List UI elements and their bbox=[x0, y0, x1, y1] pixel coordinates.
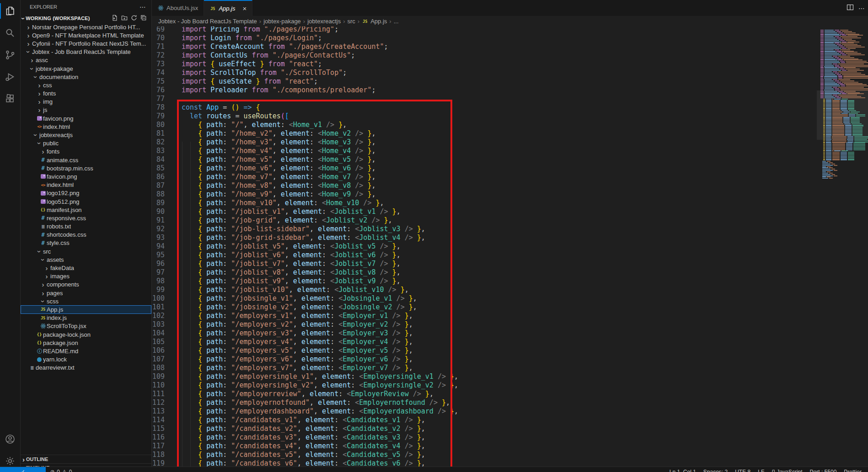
file-row[interactable]: bootstrap.min.css bbox=[21, 164, 151, 172]
code-line[interactable]: 109 { path: "/employersingle_v1", elemen… bbox=[152, 372, 813, 381]
status-item[interactable]: {} JavaScript bbox=[772, 469, 802, 472]
code-line[interactable]: 82 { path: "/home_v3", element: <Home_v3… bbox=[152, 138, 813, 147]
code-line[interactable]: 117 { path: "/candidates_v4", element: <… bbox=[152, 442, 813, 451]
folder-row[interactable]: assets bbox=[21, 255, 151, 264]
code-line[interactable]: 113 { path: "/employerdashboard", elemen… bbox=[152, 407, 813, 416]
new-folder-icon[interactable] bbox=[121, 15, 128, 22]
code-line[interactable]: 69import Pricing from "./pages/Pricing"; bbox=[152, 27, 813, 34]
tab-aboutus[interactable]: AboutUs.jsx bbox=[152, 0, 204, 16]
status-item[interactable]: UTF-8 bbox=[735, 469, 750, 472]
code-line[interactable]: 93 { path: "/job-grid-sidebar", element:… bbox=[152, 233, 813, 242]
breadcrumb-item[interactable]: jobtexreactjs bbox=[307, 18, 341, 25]
folder-row[interactable]: images bbox=[21, 272, 151, 281]
code-line[interactable]: 101 { path: "/jobsingle_v2", element: <J… bbox=[152, 303, 813, 312]
split-editor-icon[interactable] bbox=[847, 4, 854, 13]
file-row[interactable]: logo512.png bbox=[21, 197, 151, 206]
breadcrumb-item[interactable]: Jobtex - Job Board ReactJs Template bbox=[158, 18, 257, 25]
code-line[interactable]: 103 { path: "/employers_v2", element: <E… bbox=[152, 320, 813, 329]
more-actions-icon[interactable]: ⋯ bbox=[858, 5, 865, 12]
status-item[interactable]: Port : 5500 bbox=[810, 469, 837, 472]
file-row[interactable]: index.html bbox=[21, 181, 151, 189]
file-row[interactable]: dearreviewr.txt bbox=[21, 364, 151, 372]
explorer-icon[interactable] bbox=[0, 0, 20, 22]
source-control-icon[interactable] bbox=[0, 44, 20, 66]
folder-row[interactable]: components bbox=[21, 281, 151, 289]
file-row[interactable]: ScrollToTop.jsx bbox=[21, 322, 151, 330]
file-row[interactable]: favicon.png bbox=[21, 114, 151, 122]
file-row[interactable]: index.js bbox=[21, 314, 151, 322]
code-line[interactable]: 75import { useState } from "react"; bbox=[152, 77, 813, 86]
folder-row[interactable]: jobtex-pakage bbox=[21, 64, 151, 73]
code-line[interactable]: 114 { path: "/candidates_v1", element: <… bbox=[152, 416, 813, 424]
remote-indicator[interactable] bbox=[0, 467, 46, 472]
code-line[interactable]: 104 { path: "/employers_v3", element: <E… bbox=[152, 329, 813, 338]
file-row[interactable]: package-lock.json bbox=[21, 330, 151, 339]
code-line[interactable]: 108 { path: "/employers_v7", element: <E… bbox=[152, 364, 813, 372]
file-row[interactable]: animate.css bbox=[21, 156, 151, 164]
code-line[interactable]: 92 { path: "/job-list-sidebar", element:… bbox=[152, 225, 813, 233]
code-line[interactable]: 97 { path: "/joblist_v8", element: <Jobl… bbox=[152, 268, 813, 277]
file-row[interactable]: responsive.css bbox=[21, 214, 151, 222]
folder-row[interactable]: img bbox=[21, 98, 151, 106]
code-line[interactable]: 88 { path: "/home_v9", element: <Home_v9… bbox=[152, 190, 813, 199]
code-line[interactable]: 89 { path: "/home_v10", element: <Home_v… bbox=[152, 199, 813, 207]
file-row[interactable]: shortcodes.css bbox=[21, 231, 151, 239]
code-line[interactable]: 74import ScrollToTop from "./ScrollToTop… bbox=[152, 69, 813, 77]
code-line[interactable]: 105 { path: "/employers_v4", element: <E… bbox=[152, 338, 813, 346]
code-line[interactable]: 115 { path: "/candidates_v2", element: <… bbox=[152, 424, 813, 433]
views-and-more-actions-icon[interactable]: ⋯ bbox=[139, 3, 146, 11]
code-line[interactable]: 107 { path: "/employers_v6", element: <E… bbox=[152, 355, 813, 364]
folder-row[interactable]: Open9 - NFT Marketplace HTML Template bbox=[21, 31, 151, 39]
code-line[interactable]: 102 { path: "/employers_v1", element: <E… bbox=[152, 312, 813, 320]
code-line[interactable]: 84 { path: "/home_v5", element: <Home_v5… bbox=[152, 155, 813, 164]
code-line[interactable]: 118 { path: "/candidates_v5", element: <… bbox=[152, 451, 813, 459]
folder-row[interactable]: fonts bbox=[21, 90, 151, 98]
problems-indicator[interactable]: ⊘ 0 ⚠ 0 bbox=[50, 469, 72, 472]
breadcrumb-item[interactable]: src bbox=[348, 18, 355, 25]
folder-row[interactable]: documentation bbox=[21, 73, 151, 81]
code-line[interactable]: 83 { path: "/home_v4", element: <Home_v4… bbox=[152, 147, 813, 155]
code-line[interactable]: 73import { useEffect } from "react"; bbox=[152, 60, 813, 69]
folder-row[interactable]: Cyfonii - NFT Portfolio React NextJS Tem… bbox=[21, 39, 151, 48]
file-row[interactable]: manifest.json bbox=[21, 206, 151, 214]
editor[interactable]: 69import Pricing from "./pages/Pricing";… bbox=[152, 27, 868, 472]
workspace-section-header[interactable]: WORKING (WORKSPACE) bbox=[21, 14, 151, 23]
folder-row[interactable]: js bbox=[21, 106, 151, 114]
folder-row[interactable]: fonts bbox=[21, 148, 151, 156]
collapse-folders-icon[interactable] bbox=[140, 15, 147, 22]
file-row[interactable]: yarn.lock bbox=[21, 355, 151, 364]
run-debug-icon[interactable] bbox=[0, 66, 20, 88]
code-line[interactable]: 90 { path: "/joblist_v1", element: <Jobl… bbox=[152, 207, 813, 216]
code-line[interactable]: 85 { path: "/home_v6", element: <Home_v6… bbox=[152, 164, 813, 173]
file-row[interactable]: package.json bbox=[21, 339, 151, 347]
code-line[interactable]: 111 { path: "/employerreview", element: … bbox=[152, 390, 813, 398]
account-icon[interactable] bbox=[0, 428, 20, 450]
code-line[interactable]: 91 { path: "/job-grid", element: <Joblis… bbox=[152, 216, 813, 225]
code-line[interactable]: 98 { path: "/joblist_v9", element: <Jobl… bbox=[152, 277, 813, 286]
folder-row[interactable]: Norstar Onepage Personal Portfolio HT... bbox=[21, 23, 151, 31]
folder-row[interactable]: css bbox=[21, 81, 151, 89]
file-row[interactable]: App.js bbox=[21, 305, 151, 313]
extensions-icon[interactable] bbox=[0, 88, 20, 110]
code-line[interactable]: 79 let routes = useRoutes([ bbox=[152, 112, 813, 121]
code-line[interactable]: 100 { path: "/jobsingle_v1", element: <J… bbox=[152, 294, 813, 303]
file-row[interactable]: robots.txt bbox=[21, 223, 151, 231]
file-row[interactable]: README.md bbox=[21, 347, 151, 355]
file-row[interactable]: index.html bbox=[21, 122, 151, 131]
folder-row[interactable]: scss bbox=[21, 297, 151, 305]
breadcrumb-item[interactable]: App.js bbox=[370, 18, 387, 25]
code-line[interactable]: 99 { path: "/joblist_v10", element: <Job… bbox=[152, 286, 813, 294]
search-icon[interactable] bbox=[0, 22, 20, 44]
code-line[interactable]: 81 { path: "/home_v2", element: <Home_v2… bbox=[152, 129, 813, 138]
file-row[interactable]: favicon.png bbox=[21, 172, 151, 180]
code-line[interactable]: 70import Login from "./pages/Login"; bbox=[152, 34, 813, 42]
code-line[interactable]: 94 { path: "/joblist_v5", element: <Jobl… bbox=[152, 242, 813, 251]
outline-section[interactable]: OUTLINE bbox=[21, 455, 151, 463]
code-line[interactable]: 78const App = () => { bbox=[152, 103, 813, 112]
status-item[interactable]: Prettier bbox=[844, 469, 862, 472]
tab-appjs[interactable]: App.js × bbox=[204, 0, 252, 16]
code-line[interactable]: 72import ContactUs from "./pages/Contact… bbox=[152, 51, 813, 60]
status-item[interactable]: LF bbox=[758, 469, 764, 472]
folder-row[interactable]: jobtexreactjs bbox=[21, 131, 151, 139]
code-line[interactable]: 80 { path: "/", element: <Home_v1 /> }, bbox=[152, 121, 813, 129]
